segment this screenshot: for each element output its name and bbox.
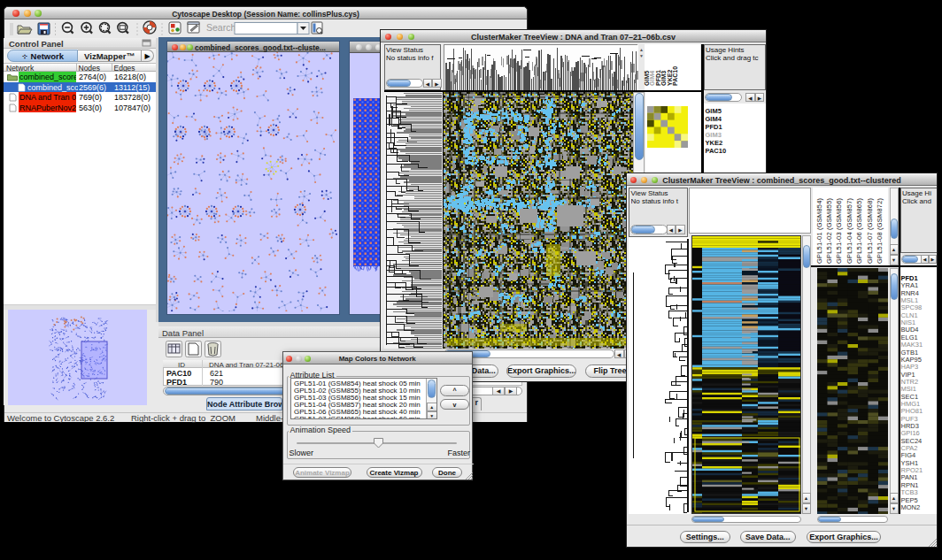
svg-text:Search:: Search: xyxy=(206,22,238,33)
